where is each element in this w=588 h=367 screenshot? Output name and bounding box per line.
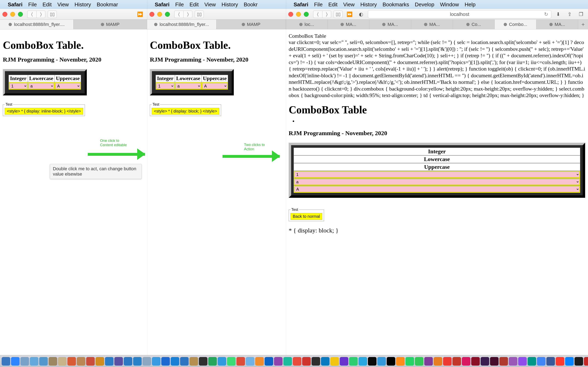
- dock-app-icon[interactable]: [190, 357, 198, 366]
- sidebar-button[interactable]: ▯▯: [195, 11, 204, 18]
- tab[interactable]: MA...: [328, 20, 370, 29]
- menu-bookmarks[interactable]: Bookr: [244, 1, 258, 8]
- tabs-overview-icon[interactable]: ❐: [577, 11, 586, 18]
- dock-app-icon[interactable]: [537, 357, 545, 366]
- menu-bookmarks[interactable]: Bookmar: [97, 1, 118, 8]
- menu-history[interactable]: History: [360, 1, 377, 8]
- dock-app-icon[interactable]: [67, 357, 76, 366]
- dock-app-icon[interactable]: [283, 357, 292, 366]
- dock-app-icon[interactable]: [452, 357, 461, 366]
- dock[interactable]: [0, 355, 588, 367]
- dock-app-icon[interactable]: [236, 357, 245, 366]
- integer-select[interactable]: 1: [156, 83, 174, 89]
- dock-app-icon[interactable]: [95, 357, 104, 366]
- lowercase-select[interactable]: a: [294, 179, 579, 185]
- dock-app-icon[interactable]: [546, 357, 555, 366]
- dock-app-icon[interactable]: [30, 357, 38, 366]
- fast-forward-icon[interactable]: ⏩: [136, 11, 145, 18]
- style-toggle-button[interactable]: <style> * { display: block; } </style>: [152, 108, 219, 115]
- dock-app-icon[interactable]: [199, 357, 208, 366]
- dock-app-icon[interactable]: [340, 357, 348, 366]
- menu-develop[interactable]: Develop: [415, 1, 434, 8]
- dock-app-icon[interactable]: [20, 357, 29, 366]
- dock-app-icon[interactable]: [293, 357, 301, 366]
- dock-app-icon[interactable]: [424, 357, 433, 366]
- menu-help[interactable]: Help: [465, 1, 476, 8]
- dock-app-icon[interactable]: [311, 357, 320, 366]
- menu-history[interactable]: History: [75, 1, 91, 8]
- dock-app-icon[interactable]: [584, 357, 588, 366]
- fast-forward-icon[interactable]: ⏩: [345, 11, 354, 18]
- dock-app-icon[interactable]: [518, 357, 527, 366]
- dock-app-icon[interactable]: [180, 357, 189, 366]
- menu-edit[interactable]: Edit: [190, 1, 199, 8]
- dock-app-icon[interactable]: [443, 357, 452, 366]
- dock-app-icon[interactable]: [227, 357, 236, 366]
- tab[interactable]: Combo...: [495, 20, 536, 29]
- menu-edit[interactable]: Edit: [328, 1, 337, 8]
- tab[interactable]: MAMP: [73, 20, 147, 29]
- dock-app-icon[interactable]: [509, 357, 517, 366]
- dock-app-icon[interactable]: [114, 357, 123, 366]
- dock-app-icon[interactable]: [161, 357, 170, 366]
- uppercase-select[interactable]: A: [55, 83, 80, 89]
- back-button[interactable]: 〈: [174, 11, 183, 18]
- tab[interactable]: localhost:8888/lm_flyer...: [147, 20, 216, 29]
- back-button[interactable]: 〈: [313, 11, 322, 18]
- share-icon[interactable]: ⇪: [565, 11, 574, 18]
- tab[interactable]: MA...: [536, 20, 578, 29]
- integer-select[interactable]: 1: [294, 172, 579, 177]
- forward-button[interactable]: 〉: [36, 11, 45, 18]
- dock-app-icon[interactable]: [274, 357, 283, 366]
- dock-app-icon[interactable]: [415, 357, 424, 366]
- appname[interactable]: Safari: [155, 1, 169, 8]
- dock-app-icon[interactable]: [321, 357, 329, 366]
- tab[interactable]: MA...: [411, 20, 453, 29]
- dock-app-icon[interactable]: [208, 357, 217, 366]
- dock-app-icon[interactable]: [105, 357, 113, 366]
- tab[interactable]: Co...: [453, 20, 495, 29]
- zoom-button[interactable]: [18, 12, 23, 17]
- dock-app-icon[interactable]: [133, 357, 142, 366]
- back-button[interactable]: 〈: [27, 11, 36, 18]
- dock-app-icon[interactable]: [218, 357, 226, 366]
- uppercase-select[interactable]: A: [294, 186, 579, 192]
- forward-button[interactable]: 〉: [183, 11, 192, 18]
- menu-window[interactable]: Window: [440, 1, 459, 8]
- close-button[interactable]: [288, 12, 293, 17]
- sidebar-button[interactable]: ▯▯: [334, 11, 343, 18]
- menu-view[interactable]: View: [204, 1, 216, 8]
- lowercase-select[interactable]: a: [29, 83, 54, 89]
- dock-app-icon[interactable]: [368, 357, 376, 366]
- dock-app-icon[interactable]: [2, 357, 10, 366]
- menu-file[interactable]: File: [314, 1, 323, 8]
- integer-select[interactable]: 1: [9, 83, 27, 89]
- address-bar[interactable]: localhost ↻: [368, 10, 551, 18]
- dock-app-icon[interactable]: [462, 357, 470, 366]
- dock-app-icon[interactable]: [565, 357, 574, 366]
- dock-app-icon[interactable]: [556, 357, 564, 366]
- minimize-button[interactable]: [10, 12, 15, 17]
- shield-icon[interactable]: ◐: [356, 11, 365, 18]
- dock-app-icon[interactable]: [152, 357, 160, 366]
- dock-app-icon[interactable]: [575, 357, 583, 366]
- tab[interactable]: MAMP: [216, 20, 286, 29]
- close-button[interactable]: [149, 12, 154, 17]
- dock-app-icon[interactable]: [39, 357, 48, 366]
- dock-app-icon[interactable]: [302, 357, 311, 366]
- tab[interactable]: localhost:8888/lm_flyer....: [0, 20, 73, 29]
- zoom-button[interactable]: [304, 12, 309, 17]
- style-toggle-button[interactable]: <style> * { display: inline-block; } </s…: [5, 108, 83, 115]
- close-button[interactable]: [2, 12, 7, 17]
- tab[interactable]: MA...: [369, 20, 411, 29]
- dock-app-icon[interactable]: [49, 357, 57, 366]
- menubar-left[interactable]: Safari File Edit View History Bookmar: [0, 0, 147, 9]
- dock-app-icon[interactable]: [434, 357, 442, 366]
- dock-app-icon[interactable]: [490, 357, 499, 366]
- appname[interactable]: Safari: [8, 1, 22, 8]
- menu-file[interactable]: File: [28, 1, 37, 8]
- menubar-right[interactable]: Safari File Edit View History Bookmarks …: [286, 0, 588, 9]
- dock-app-icon[interactable]: [471, 357, 480, 366]
- appname[interactable]: Safari: [294, 1, 308, 8]
- menu-edit[interactable]: Edit: [43, 1, 52, 8]
